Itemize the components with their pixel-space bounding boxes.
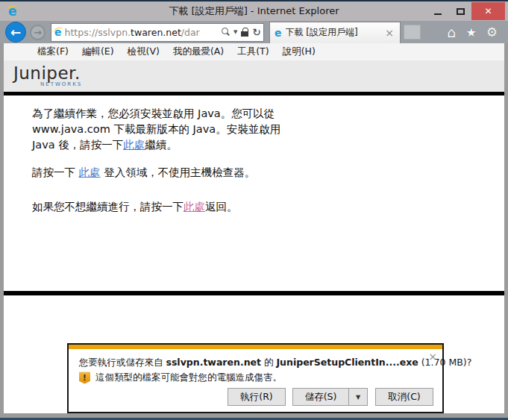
para2-text2: 登入領域，不使用主機檢查器。 <box>101 166 256 178</box>
maximize-icon <box>457 8 465 15</box>
juniper-logo: Juniper <box>13 65 504 81</box>
back-button[interactable]: ← <box>5 22 26 43</box>
forward-arrow-icon: → <box>34 28 42 37</box>
juniper-logo-band: Juniper NETWORKS <box>4 60 504 92</box>
msg-filesize: (1.70 MB)? <box>418 357 472 368</box>
continue-link[interactable]: 此處 <box>123 139 145 151</box>
chevron-down-icon[interactable]: ▼ <box>233 29 237 35</box>
download-message: 您要執行或儲存來自 sslvpn.twaren.net 的 JuniperSet… <box>79 356 432 369</box>
security-shield-icon: ! <box>79 372 90 384</box>
msg-pre: 您要執行或儲存來自 <box>79 357 166 368</box>
para3-text2: 返回。 <box>205 201 238 213</box>
msg-domain: sslvpn.twaren.net <box>166 357 261 368</box>
menu-file[interactable]: 檔案(F) <box>31 46 75 58</box>
notification-body: 您要執行或儲存來自 sslvpn.twaren.net 的 JuniperSet… <box>69 349 442 384</box>
no-host-checker-paragraph: 請按一下 此處 登入領域，不使用主機檢查器。 <box>32 165 304 181</box>
favorites-star-icon[interactable]: ★ <box>465 25 476 40</box>
window-controls: ✕ <box>427 1 505 21</box>
navigation-bar: ← → e https://sslvpn.twaren.net/dar ▼ ↻ … <box>0 21 508 43</box>
back-arrow-icon: ← <box>10 26 21 39</box>
page-content: 為了繼續作業，您必須安裝並啟用 Java。您可以從 www.java.com 下… <box>4 95 504 291</box>
para2-text: 請按一下 <box>32 166 79 178</box>
menu-help[interactable]: 說明(H) <box>276 46 322 58</box>
run-button[interactable]: 執行(R) <box>228 388 286 406</box>
lock-icon[interactable] <box>241 28 248 37</box>
msg-mid: 的 <box>261 357 276 368</box>
maximize-button[interactable] <box>449 2 471 20</box>
juniper-networks-label: NETWORKS <box>40 81 504 87</box>
tab-label: 下載 [設定用戶端] <box>286 26 384 39</box>
close-icon: ✕ <box>484 6 492 16</box>
menu-tools[interactable]: 工具(T) <box>231 46 275 58</box>
menu-favorites[interactable]: 我的最愛(A) <box>166 46 231 58</box>
address-bar-icons: ▼ ↻ <box>221 27 261 37</box>
save-dropdown-caret-icon: ▼ <box>356 394 360 401</box>
url-path: /dar <box>181 27 200 38</box>
minimize-icon <box>434 13 442 15</box>
para3-text: 如果您不想繼續進行，請按一下 <box>32 201 184 213</box>
ie-tab-icon: e <box>275 27 282 39</box>
close-button[interactable]: ✕ <box>471 2 505 20</box>
menu-edit[interactable]: 編輯(E) <box>75 46 121 58</box>
notification-close-icon[interactable]: × <box>428 351 437 362</box>
browser-tab[interactable]: e 下載 [設定用戶端] × <box>269 22 401 43</box>
home-icon[interactable]: ⌂ <box>447 24 456 40</box>
login-realm-link[interactable]: 此處 <box>79 166 101 178</box>
navbar-right-icons: ⌂ ★ ⚙ <box>447 24 498 40</box>
save-button[interactable]: 儲存(S) <box>292 388 349 406</box>
tab-close-icon[interactable]: × <box>383 27 395 39</box>
url-text[interactable]: https://sslvpn.twaren.net/dar <box>65 27 221 38</box>
java-instruction-paragraph: 為了繼續作業，您必須安裝並啟用 Java。您可以從 www.java.com 下… <box>32 106 304 153</box>
forward-button[interactable]: → <box>30 25 46 40</box>
cancel-button[interactable]: 取消(C) <box>375 388 433 406</box>
search-icon[interactable] <box>221 28 230 37</box>
title-bar: e 下載 [設定用戶端] - Internet Explorer ✕ <box>0 1 508 21</box>
save-dropdown-button[interactable]: ▼ <box>348 388 368 406</box>
download-notification: 您要執行或儲存來自 sslvpn.twaren.net 的 JuniperSet… <box>67 343 444 413</box>
browser-viewport: 檔案(F) 編輯(E) 檢視(V) 我的最愛(A) 工具(T) 說明(H) Ju… <box>0 43 508 413</box>
menu-bar: 檔案(F) 編輯(E) 檢視(V) 我的最愛(A) 工具(T) 說明(H) <box>4 43 504 60</box>
msg-filename: JuniperSetupClientIn....exe <box>276 357 418 368</box>
browser-window: e 下載 [設定用戶端] - Internet Explorer ✕ ← → e… <box>0 0 508 420</box>
return-link[interactable]: 此處 <box>184 201 205 213</box>
para1-text2: 繼續。 <box>145 139 178 151</box>
url-domain: twaren.net <box>131 27 181 38</box>
lower-page-area: 您要執行或儲存來自 sslvpn.twaren.net 的 JuniperSet… <box>4 295 504 413</box>
new-tab-button[interactable] <box>404 25 421 40</box>
refresh-icon[interactable]: ↻ <box>252 27 261 37</box>
minimize-button[interactable] <box>427 2 449 20</box>
settings-gear-icon[interactable]: ⚙ <box>486 25 498 40</box>
ie-page-icon: e <box>54 26 62 38</box>
url-scheme: https://sslvpn. <box>65 27 131 38</box>
notification-buttons: 執行(R) 儲存(S) ▼ 取消(C) <box>228 388 433 406</box>
go-back-paragraph: 如果您不想繼續進行，請按一下此處返回。 <box>32 199 304 215</box>
warning-row: ! 這個類型的檔案可能會對您的電腦造成傷害。 <box>79 372 432 384</box>
menu-view[interactable]: 檢視(V) <box>121 46 166 58</box>
warning-text: 這個類型的檔案可能會對您的電腦造成傷害。 <box>95 372 282 384</box>
address-bar[interactable]: e https://sslvpn.twaren.net/dar ▼ ↻ <box>51 23 264 42</box>
